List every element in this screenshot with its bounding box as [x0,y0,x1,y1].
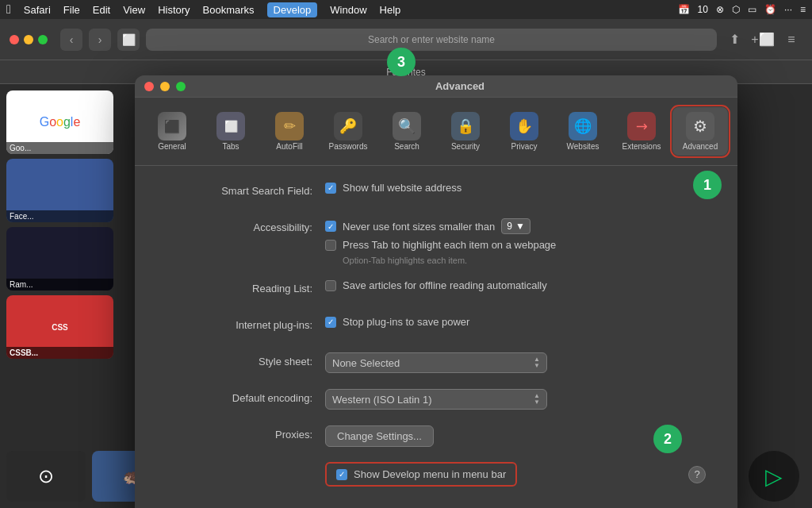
plugins-control: ✓ Stop plug-ins to save power [325,316,469,328]
smart-search-label: Smart Search Field: [167,182,325,197]
menu-bookmarks[interactable]: Bookmarks [203,4,255,16]
sidebar-button[interactable]: ≡ [780,29,802,51]
back-button[interactable]: ‹ [60,29,82,51]
pref-extensions[interactable]: ↗ Extensions [614,107,669,156]
plugins-label: Internet plug-ins: [167,316,325,331]
smart-search-checkbox[interactable]: ✓ [325,183,336,194]
ram-label: Ram... [6,279,113,291]
advanced-icon: ⚙ [686,112,714,140]
menubar-time: 10 [698,4,708,15]
menu-help[interactable]: Help [380,4,401,16]
menubar-menu-icon: ≡ [800,4,806,15]
minimize-button[interactable] [24,35,33,44]
develop-row-container: ✓ Show Develop menu in menu bar ? [167,462,706,487]
accessibility-checkbox1[interactable]: ✓ [325,221,336,232]
autofill-icon: ✏ [275,112,304,140]
reading-list-row: Reading List: Save articles for offline … [167,279,706,302]
new-tab-button[interactable]: +⬜ [752,29,774,51]
encoding-select[interactable]: Western (ISO Latin 1) ▲ ▼ [325,389,547,410]
menu-window[interactable]: Window [330,4,366,16]
accessibility-subtext: Option-Tab highlights each item. [325,256,556,265]
dialog-minimize-button[interactable] [160,82,170,91]
tabs-label: Tabs [222,142,239,151]
google-thumb[interactable]: Google Goo... [6,90,113,154]
stylesheet-label: Style sheet: [167,352,325,368]
address-bar[interactable]: Search or enter website name [146,29,717,51]
extensions-label: Extensions [622,142,661,151]
menu-file[interactable]: File [63,4,80,16]
smart-search-control: ✓ Show full website address [325,182,462,194]
change-settings-button[interactable]: Change Settings... [325,425,434,447]
google-label: Goo... [6,142,113,154]
dialog-zoom-button[interactable] [176,82,186,91]
autofill-label: AutoFill [276,142,302,151]
menu-view[interactable]: View [123,4,145,16]
show-tabs-button[interactable]: ⬜ [117,29,140,51]
close-button[interactable] [10,35,19,44]
plugins-checkbox[interactable]: ✓ [325,317,336,328]
passwords-icon: 🔑 [334,112,362,140]
pref-security[interactable]: 🔒 Security [438,107,493,156]
dialog-titlebar: Advanced [135,75,737,98]
maximize-button[interactable] [38,35,48,44]
pref-passwords[interactable]: 🔑 Passwords [320,107,376,156]
pref-websites[interactable]: 🌐 Websites [555,107,611,156]
annotation-2: 2 [653,425,682,453]
accessibility-label: Accessibility: [167,218,325,233]
security-label: Security [451,142,480,151]
help-button[interactable]: ? [688,466,706,483]
ram-thumb[interactable]: Ram... [6,227,113,291]
accessibility-option1: ✓ Never use font sizes smaller than 9 ▼ [325,218,556,234]
proxies-label: Proxies: [167,425,325,441]
stylesheet-select[interactable]: None Selected ▲ ▼ [325,352,547,373]
css-thumb[interactable]: CSS CSSB... [6,295,113,359]
dialog-close-button[interactable] [144,82,154,91]
forward-button[interactable]: › [89,29,111,51]
pref-tabs[interactable]: ⬜ Tabs [203,107,259,156]
plugins-option: ✓ Stop plug-ins to save power [325,316,469,328]
toolbar-actions: ⬆ +⬜ ≡ [723,29,802,51]
menubar-battery-icon: ▭ [748,4,756,15]
extensions-icon: ↗ [627,112,656,140]
share-button[interactable]: ⬆ [723,29,745,51]
menu-history[interactable]: History [158,4,190,16]
passwords-label: Passwords [329,142,368,151]
menu-develop[interactable]: Develop [267,2,318,17]
address-placeholder: Search or enter website name [368,34,495,45]
develop-menu-text: Show Develop menu in menu bar [354,468,506,480]
annotation-1: 1 [693,171,722,199]
menubar-calendar-icon: 📅 [678,4,690,15]
stylesheet-arrows: ▲ ▼ [534,356,540,369]
search-icon: 🔍 [393,112,421,140]
css-label: CSSB... [6,347,113,359]
pref-autofill[interactable]: ✏ AutoFill [262,107,317,156]
reading-list-label: Reading List: [167,279,325,294]
bottom-logo-icon: ▷ [749,451,799,502]
apple-menu[interactable]:  [6,2,11,17]
accessibility-checkbox2[interactable] [325,240,336,251]
accessibility-text2: Press Tab to highlight each item on a we… [343,239,556,251]
menubar-wifi-icon: ⊗ [716,4,724,15]
reading-list-text: Save articles for offline reading automa… [343,279,547,291]
annotation-3: 3 [387,48,416,76]
accessibility-row: Accessibility: ✓ Never use font sizes sm… [167,218,706,265]
menu-edit[interactable]: Edit [93,4,110,16]
dialog-title: Advanced [192,80,728,92]
pref-general[interactable]: ⬛ General [144,107,200,156]
develop-empty-label [167,473,325,476]
facebook-thumb[interactable]: Face... [6,159,113,222]
develop-menu-checkbox[interactable]: ✓ [336,469,347,480]
pref-search[interactable]: 🔍 Search [379,107,435,156]
bottom-thumb-github[interactable]: ⊙ [6,451,86,502]
tabs-icon: ⬜ [216,112,245,140]
encoding-arrows: ▲ ▼ [534,393,540,406]
proxies-control: Change Settings... [325,425,434,447]
smart-search-text: Show full website address [343,182,462,194]
menu-safari[interactable]: Safari [24,4,51,16]
traffic-lights [10,35,48,44]
reading-list-checkbox[interactable] [325,280,336,291]
pref-advanced[interactable]: ⚙ Advanced [672,107,728,156]
menubar:  Safari File Edit View History Bookmark… [0,0,812,19]
pref-privacy[interactable]: ✋ Privacy [496,107,552,156]
font-size-select[interactable]: 9 ▼ [501,218,530,234]
